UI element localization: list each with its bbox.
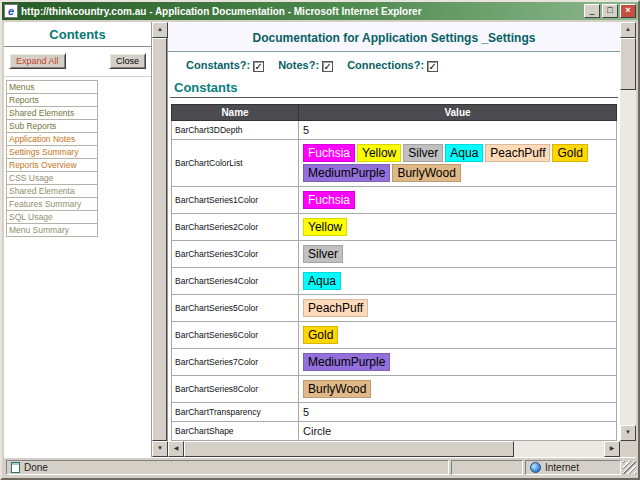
constant-name: BarChart3DDepth — [172, 121, 299, 140]
document-area: Documentation for Application Settings _… — [168, 22, 620, 441]
zone-label: Internet — [545, 462, 579, 473]
constant-name: BarChartTransparency — [172, 403, 299, 422]
filter-checkbox[interactable]: ✓ — [253, 61, 264, 72]
constant-value: Silver — [299, 241, 617, 268]
sidebar-scrollbar[interactable]: ▲ ▼ — [152, 22, 168, 457]
color-chip: PeachPuff — [485, 144, 550, 162]
constant-value: PeachPuff — [299, 295, 617, 322]
color-chip: Fuchsia — [303, 144, 355, 162]
filter-group: Constants?:✓ — [186, 59, 264, 71]
table-row: BarChartSeries6ColorGold — [172, 322, 617, 349]
filter-checkbox[interactable]: ✓ — [322, 61, 333, 72]
sidebar-item[interactable]: Sub Reports — [6, 119, 98, 133]
constant-value: Fuchsia — [299, 187, 617, 214]
table-row: BarChartSeries2ColorYellow — [172, 214, 617, 241]
vertical-scrollbar[interactable]: ▲ ▼ — [620, 22, 636, 441]
vertical-scroll-thumb[interactable] — [620, 38, 636, 90]
table-row: BarChartSeries7ColorMediumPurple — [172, 349, 617, 376]
constant-name: BarChartSeries3Color — [172, 241, 299, 268]
title-bar[interactable]: e http://thinkcountry.com.au - Applicati… — [2, 2, 638, 20]
constant-value: Yellow — [299, 214, 617, 241]
minimize-button[interactable]: _ — [584, 4, 600, 18]
filter-checkbox[interactable]: ✓ — [427, 61, 438, 72]
color-chip: Aqua — [303, 272, 341, 290]
maximize-button[interactable]: □ — [602, 4, 618, 18]
table-row: BarChartSeries3ColorSilver — [172, 241, 617, 268]
horizontal-scroll-track[interactable] — [514, 441, 604, 457]
horizontal-scrollbar[interactable]: ◀ ▶ — [168, 441, 620, 457]
table-row: BarChartSeries8ColorBurlyWood — [172, 376, 617, 403]
column-header-name: Name — [172, 105, 299, 121]
sidebar-item[interactable]: Reports Overview — [6, 158, 98, 172]
filter-label: Connections?: — [347, 59, 424, 71]
status-pane-main: Done — [6, 460, 449, 475]
constant-name: BarChartSeries1Color — [172, 187, 299, 214]
vertical-scroll-track[interactable] — [620, 90, 636, 425]
scroll-down-icon[interactable]: ▼ — [620, 425, 636, 441]
sidebar-item[interactable]: Menus — [6, 80, 98, 94]
color-chip: Yellow — [303, 218, 347, 236]
sidebar-item[interactable]: Menu Summary — [6, 223, 98, 237]
browser-content: Contents Expand All Close MenusReportsSh… — [4, 22, 636, 457]
sidebar-nav: MenusReportsShared ElementsSub ReportsAp… — [4, 77, 151, 237]
sidebar-item[interactable]: Settings Summary — [6, 145, 98, 159]
sidebar-item[interactable]: Shared Elements — [6, 106, 98, 120]
table-row: BarChartSeries5ColorPeachPuff — [172, 295, 617, 322]
sidebar-item[interactable]: SQL Usage — [6, 210, 98, 224]
table-row: BarChartSeries1ColorFuchsia — [172, 187, 617, 214]
status-pane-spacer — [451, 460, 523, 475]
constant-value: 5 — [299, 121, 617, 140]
scroll-down-icon[interactable]: ▼ — [152, 441, 168, 457]
constant-value: Circle — [299, 422, 617, 441]
sidebar-item[interactable]: Features Summary — [6, 197, 98, 211]
color-chip: Silver — [403, 144, 443, 162]
constant-value: Gold — [299, 322, 617, 349]
table-row: BarChartColorListFuchsiaYellowSilverAqua… — [172, 140, 617, 187]
sidebar-item[interactable]: Shared Elementa — [6, 184, 98, 198]
constant-name: BarChartSeries5Color — [172, 295, 299, 322]
constant-value: FuchsiaYellowSilverAquaPeachPuffGoldMedi… — [299, 140, 617, 187]
table-row: BarChart3DDepth5 — [172, 121, 617, 140]
color-chip: BurlyWood — [392, 164, 460, 182]
close-button[interactable]: × — [620, 4, 636, 18]
constants-table: Name Value BarChart3DDepth5BarChartColor… — [171, 104, 617, 441]
scroll-left-icon[interactable]: ◀ — [168, 441, 184, 457]
filter-label: Notes?: — [278, 59, 319, 71]
constant-name: BarChartColorList — [172, 140, 299, 187]
scroll-up-icon[interactable]: ▲ — [620, 22, 636, 38]
constant-name: BarChartShape — [172, 422, 299, 441]
color-chip: Yellow — [357, 144, 401, 162]
status-pane-zone: Internet — [525, 460, 621, 475]
expand-all-button[interactable]: Expand All — [9, 53, 66, 69]
document-icon — [11, 462, 20, 473]
browser-window: e http://thinkcountry.com.au - Applicati… — [0, 0, 640, 480]
status-bar: Done Internet — [4, 457, 636, 476]
scroll-right-icon[interactable]: ▶ — [604, 441, 620, 457]
table-row: BarChartSeries4ColorAqua — [172, 268, 617, 295]
constant-value: MediumPurple — [299, 349, 617, 376]
color-chip: Gold — [303, 326, 338, 344]
resize-grip[interactable] — [623, 461, 636, 474]
constant-name: BarChartSeries2Color — [172, 214, 299, 241]
sidebar-item[interactable]: Reports — [6, 93, 98, 107]
close-sidebar-button[interactable]: Close — [109, 53, 146, 69]
color-chip: Silver — [303, 245, 343, 263]
color-chip: Fuchsia — [303, 191, 355, 209]
horizontal-scroll-thumb[interactable] — [184, 441, 514, 457]
constant-name: BarChartSeries6Color — [172, 322, 299, 349]
color-chip: PeachPuff — [303, 299, 368, 317]
filter-group: Notes?:✓ — [278, 59, 333, 71]
constant-name: BarChartSeries7Color — [172, 349, 299, 376]
filter-row: Constants?:✓Notes?:✓Connections?:✓ — [168, 52, 620, 78]
constant-value: 5 — [299, 403, 617, 422]
sidebar-title: Contents — [4, 22, 151, 47]
scroll-up-icon[interactable]: ▲ — [152, 22, 168, 38]
sidebar-item[interactable]: Application Notes — [6, 132, 98, 146]
ie-logo-icon: e — [4, 4, 18, 18]
page-header: Documentation for Application Settings _… — [168, 22, 620, 52]
sidebar-scroll-thumb[interactable] — [152, 38, 167, 441]
filter-label: Constants?: — [186, 59, 250, 71]
sidebar-item[interactable]: CSS Usage — [6, 171, 98, 185]
color-chip: Gold — [552, 144, 587, 162]
color-chip: Aqua — [445, 144, 483, 162]
